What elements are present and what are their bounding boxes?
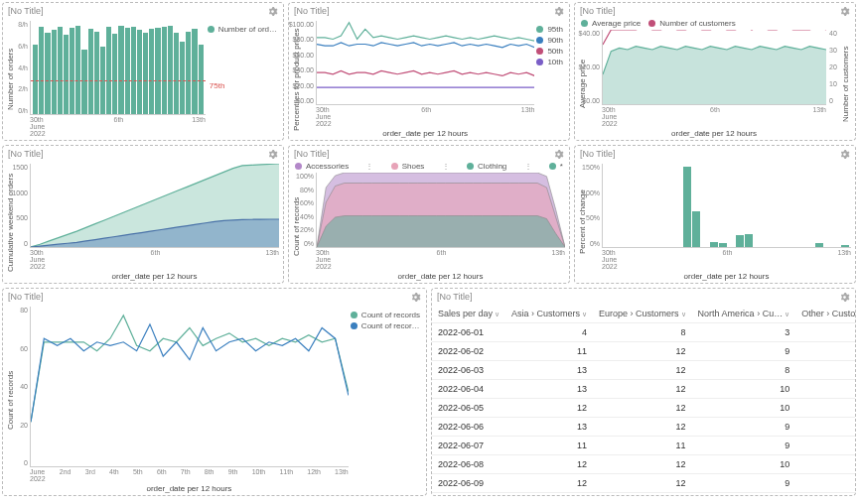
column-header[interactable]: Europe › Customers∨ (593, 305, 692, 323)
table-row[interactable]: 2022-06-071111911 (432, 437, 855, 455)
gear-icon[interactable] (552, 148, 564, 160)
gear-icon[interactable] (266, 148, 278, 160)
threshold-line: 75th (31, 80, 206, 81)
more-icon[interactable]: ⋮ (521, 162, 535, 171)
panel-percentiles: [No Title] Percentiles for product price… (288, 2, 570, 141)
table-row[interactable]: 2022-06-051212109 (432, 399, 855, 418)
panel-pct-change: [No Title] Percent of change 150%100%50%… (574, 145, 856, 284)
panel-title: [No Title] (8, 292, 44, 302)
x-axis-label: order_date per 12 hours (602, 271, 851, 281)
table-row[interactable]: 2022-06-031312810 (432, 361, 855, 380)
legend: Accessories⋮ Shoes⋮ Clothing⋮ * (289, 162, 569, 171)
gear-icon[interactable] (838, 148, 850, 160)
x-axis-label: order_date per 12 hours (30, 271, 279, 281)
x-axis-label: order_date per 12 hours (602, 128, 826, 138)
table-scroll[interactable]: Sales per day∨Asia › Customers∨Europe › … (432, 305, 855, 495)
column-header[interactable]: Sales per day∨ (432, 305, 505, 323)
x-axis-label: order_date per 12 hours (30, 483, 349, 493)
panel-title: [No Title] (8, 6, 44, 16)
table-row[interactable]: 2022-06-091212910 (432, 474, 855, 493)
gear-icon[interactable] (409, 291, 421, 303)
table-row[interactable]: 2022-06-021112911 (432, 342, 855, 361)
gear-icon[interactable] (552, 5, 564, 17)
legend: Average price Number of customers (575, 19, 855, 28)
gear-icon[interactable] (838, 291, 850, 303)
dashboard: [No Title] Number of orders 8/h6/h4/h2/h… (0, 0, 858, 498)
sales-table: Sales per day∨Asia › Customers∨Europe › … (432, 305, 855, 493)
plot-area[interactable]: $40.00$20.00$0.00 403020100 (602, 30, 826, 105)
gear-icon[interactable] (266, 5, 278, 17)
panel-title: [No Title] (580, 149, 616, 159)
more-icon[interactable]: ⋮ (362, 162, 376, 171)
gear-icon[interactable] (838, 5, 850, 17)
x-axis-label: order_date per 12 hours (316, 271, 565, 281)
plot-area[interactable]: 150010005000 (30, 164, 279, 248)
panel-stacked-pct: [No Title] Accessories⋮ Shoes⋮ Clothing⋮… (288, 145, 570, 284)
panel-two-counts: [No Title] Count of records 806040200 Ju… (2, 288, 427, 496)
table-row[interactable]: 2022-06-014834 (432, 323, 855, 342)
panel-title: [No Title] (580, 6, 616, 16)
table-row[interactable]: 2022-06-061312910 (432, 418, 855, 437)
panel-title: [No Title] (294, 149, 330, 159)
legend: Number of ord… (206, 21, 279, 138)
panel-title: [No Title] (437, 292, 473, 302)
table-row[interactable]: 2022-06-0413121010 (432, 380, 855, 399)
panel-table: [No Title] Sales per day∨Asia › Customer… (431, 288, 856, 496)
column-header[interactable]: Other › Customers∨ (795, 305, 855, 323)
plot-area[interactable]: 150%100%50%0% (602, 164, 851, 248)
column-header[interactable]: Asia › Customers∨ (505, 305, 593, 323)
table-row[interactable]: 2022-06-0812121010 (432, 455, 855, 474)
plot-area[interactable]: 100%80%60%40%20%0% (316, 173, 565, 248)
panel-title: [No Title] (8, 149, 44, 159)
column-header[interactable]: North America › Cu…∨ (692, 305, 796, 323)
y-axis-label-right: Number of customers (840, 30, 851, 138)
plot-area[interactable]: 806040200 (30, 307, 349, 467)
panel-cumulative: [No Title] Cumulative weekend orders 150… (2, 145, 284, 284)
y-ticks: 8/h6/h4/h2/h0/h (18, 21, 28, 114)
plot-area[interactable]: $100.00$80.00$60.00$40.00$20.00$0.00 (316, 21, 534, 105)
panel-avg-customers: [No Title] Average price Number of custo… (574, 2, 856, 141)
legend: Count of records Count of recor… (349, 307, 422, 493)
x-axis-label: order_date per 12 hours (316, 128, 534, 138)
y-axis-label: Number of orders (5, 21, 16, 138)
panel-title: [No Title] (294, 6, 330, 16)
y-axis-label: Count of records (5, 307, 16, 493)
plot-area[interactable]: 8/h6/h4/h2/h0/h 75th (30, 21, 206, 115)
legend: 95th 90th 50th 10th (534, 21, 565, 138)
more-icon[interactable]: ⋮ (439, 162, 453, 171)
panel-orders-bar: [No Title] Number of orders 8/h6/h4/h2/h… (2, 2, 284, 141)
